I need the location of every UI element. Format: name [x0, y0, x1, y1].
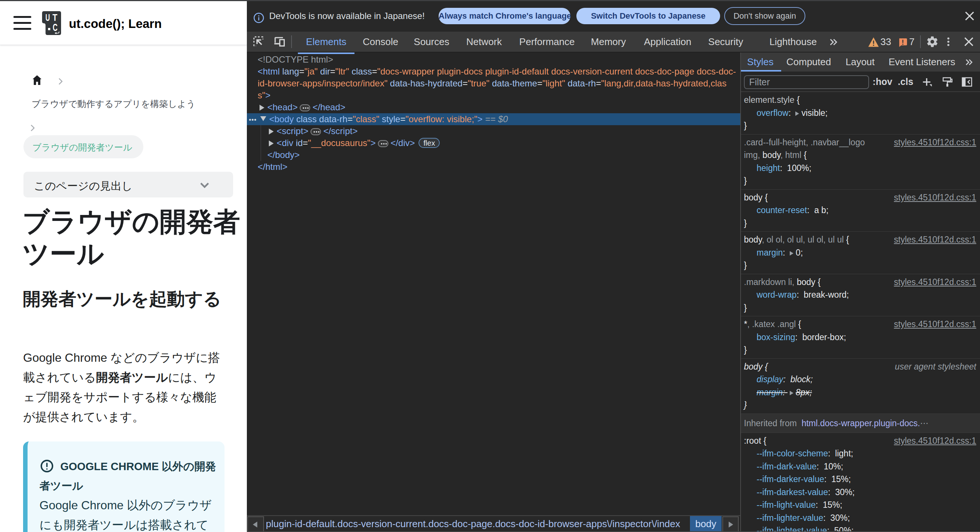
svg-text:U: U: [45, 12, 50, 23]
svg-text:C: C: [53, 22, 58, 33]
svg-text:T: T: [52, 12, 57, 23]
